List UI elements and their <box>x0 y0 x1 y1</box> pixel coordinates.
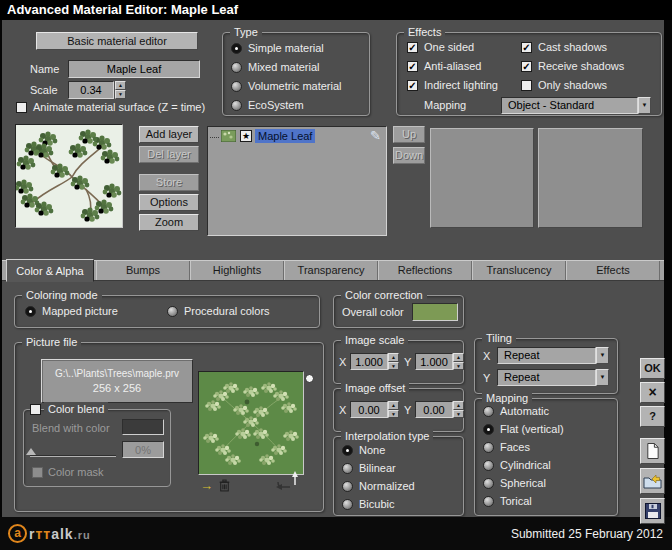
texture-move-arrow-icon[interactable]: → <box>200 479 213 492</box>
layer-list[interactable]: ★ Maple Leaf ✎ <box>207 126 387 236</box>
help-button[interactable]: ? <box>640 406 665 427</box>
radio-interp-bicubic[interactable] <box>342 499 353 510</box>
one-sided-label: One sided <box>424 41 474 54</box>
receive-shadows-label: Receive shadows <box>538 60 624 73</box>
spin-up-icon[interactable]: ▲ <box>388 353 399 362</box>
layer-list-item[interactable]: ★ Maple Leaf ✎ <box>208 127 386 144</box>
mapping-dropdown-value[interactable]: Object - Standard <box>501 97 638 114</box>
radio-mapping-torical[interactable] <box>483 496 494 507</box>
spin-down-icon[interactable]: ▼ <box>388 410 399 419</box>
animate-surface-checkbox[interactable] <box>16 102 27 113</box>
radio-procedural-colors[interactable] <box>167 306 178 317</box>
tab-transparency[interactable]: Transparency <box>284 261 378 280</box>
effects-group: Effects ✓ One sided ✓ Anti-aliased ✓ Ind… <box>396 32 662 116</box>
radio-interp-bilinear[interactable] <box>342 463 353 474</box>
scale-spin-up-icon[interactable]: ▲ <box>115 81 126 90</box>
tiling-y-dropdown[interactable]: Repeat ▼ <box>497 369 609 386</box>
image-scale-x-field[interactable] <box>350 353 388 370</box>
tab-highlights[interactable]: Highlights <box>190 261 284 280</box>
mixed-material-label: Mixed material <box>248 61 320 74</box>
one-sided-checkbox[interactable]: ✓ <box>407 42 418 53</box>
color-correction-group: Color correction Overall color <box>333 295 464 328</box>
radio-interp-normalized[interactable] <box>342 481 353 492</box>
image-offset-y-spinner[interactable]: ▲▼ <box>453 401 464 418</box>
radio-volumetric-material[interactable] <box>231 81 242 92</box>
only-shadows-checkbox[interactable] <box>521 80 532 91</box>
radio-ecosystem[interactable] <box>231 100 242 111</box>
radio-simple-material[interactable] <box>231 43 242 54</box>
tiling-y-value[interactable]: Repeat <box>497 369 596 386</box>
cast-shadows-checkbox[interactable]: ✓ <box>521 42 532 53</box>
radio-mapping-cylindrical[interactable] <box>483 460 494 471</box>
spin-up-icon[interactable]: ▲ <box>388 401 399 410</box>
radio-mapping-faces[interactable] <box>483 442 494 453</box>
name-field[interactable] <box>68 60 200 78</box>
picture-file-group: Picture file G:\..\Plants\Trees\maple.pr… <box>14 342 324 512</box>
layer-up-button: Up <box>393 126 425 143</box>
add-layer-button[interactable]: Add layer <box>139 126 199 143</box>
image-scale-x-spinner[interactable]: ▲▼ <box>388 353 399 370</box>
image-scale-y-spinner[interactable]: ▲▼ <box>453 353 464 370</box>
interpolation-type-label: Interpolation type <box>341 429 433 443</box>
open-folder-icon <box>643 474 662 489</box>
tiling-x-value[interactable]: Repeat <box>497 347 596 364</box>
rotate-arrows-icon[interactable] <box>275 469 301 491</box>
tab-effects[interactable]: Effects <box>566 261 660 280</box>
image-scale-y-field[interactable] <box>415 353 453 370</box>
overall-color-swatch[interactable] <box>412 303 458 321</box>
spin-down-icon[interactable]: ▼ <box>453 410 464 419</box>
tiling-label: Tiling <box>482 331 516 345</box>
image-offset-x-field[interactable] <box>350 401 388 418</box>
cancel-button[interactable]: × <box>640 382 665 403</box>
interp-none-label: None <box>359 444 385 457</box>
receive-shadows-checkbox[interactable]: ✓ <box>521 61 532 72</box>
picture-file-button[interactable]: G:\..\Plants\Trees\maple.prv 256 x 256 <box>41 359 193 403</box>
tab-bumps[interactable]: Bumps <box>96 261 190 280</box>
radio-interp-none[interactable] <box>342 445 353 456</box>
ok-button[interactable]: OK <box>640 358 665 379</box>
tab-translucency[interactable]: Translucency <box>472 261 566 280</box>
type-group: Type Simple material Mixed material Volu… <box>222 32 370 116</box>
watermark-bar: a rттalk.ru Submitted 25 February 2012 <box>0 517 672 550</box>
chevron-down-icon[interactable]: ▼ <box>596 347 609 364</box>
scale-spin-down-icon[interactable]: ▼ <box>115 90 126 99</box>
mapping-dropdown[interactable]: Object - Standard ▼ <box>501 97 651 114</box>
save-material-button[interactable] <box>640 498 665 524</box>
radio-mixed-material[interactable] <box>231 62 242 73</box>
tiling-x-dropdown[interactable]: Repeat ▼ <box>497 347 609 364</box>
chevron-down-icon[interactable]: ▼ <box>596 369 609 386</box>
radio-mapping-spherical[interactable] <box>483 478 494 489</box>
spin-up-icon[interactable]: ▲ <box>453 353 464 362</box>
radio-mapping-automatic[interactable] <box>483 406 494 417</box>
tab-color-alpha[interactable]: Color & Alpha <box>6 259 94 282</box>
image-offset-y-field[interactable] <box>415 401 453 418</box>
layer-down-button: Down <box>393 147 425 164</box>
tiling-x-label: X <box>483 350 490 363</box>
tab-reflections[interactable]: Reflections <box>378 261 472 280</box>
radio-mapped-picture[interactable] <box>25 306 36 317</box>
scale-field[interactable] <box>68 81 114 99</box>
spin-down-icon[interactable]: ▼ <box>453 362 464 371</box>
texture-options-dot-icon[interactable] <box>305 374 314 383</box>
new-material-button[interactable] <box>640 438 665 464</box>
spin-up-icon[interactable]: ▲ <box>453 401 464 410</box>
radio-mapping-flat-vertical[interactable] <box>483 424 494 435</box>
name-label: Name <box>30 63 59 76</box>
basic-material-editor-button[interactable]: Basic material editor <box>36 32 198 50</box>
maple-texture-illustration <box>199 372 303 474</box>
mapping-group: Mapping Automatic Flat (vertical) Faces … <box>474 398 618 516</box>
trash-icon[interactable] <box>219 479 230 492</box>
chevron-down-icon[interactable]: ▼ <box>638 97 651 114</box>
anti-aliased-checkbox[interactable]: ✓ <box>407 61 418 72</box>
layer-star-toggle[interactable]: ★ <box>240 130 252 142</box>
image-offset-x-spinner[interactable]: ▲▼ <box>388 401 399 418</box>
zoom-button[interactable]: Zoom <box>139 214 199 231</box>
load-material-button[interactable] <box>640 468 665 494</box>
spin-down-icon[interactable]: ▼ <box>388 362 399 371</box>
scale-spinner[interactable]: ▲ ▼ <box>115 81 126 99</box>
pencil-icon[interactable]: ✎ <box>370 128 381 143</box>
options-button[interactable]: Options <box>139 194 199 211</box>
indirect-lighting-checkbox[interactable]: ✓ <box>407 80 418 91</box>
layer-name-selected[interactable]: Maple Leaf <box>255 129 315 143</box>
color-blend-checkbox[interactable] <box>30 404 41 415</box>
